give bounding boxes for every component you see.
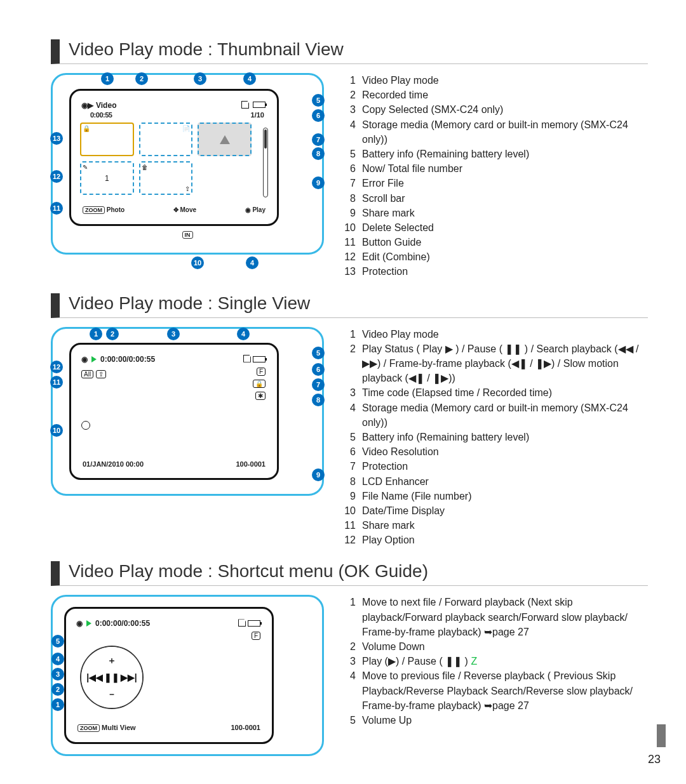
- callout-2: 2: [135, 72, 148, 85]
- volume-up-icon: ＋: [107, 655, 116, 667]
- legend-item: 5Battery info (Remaining battery level): [342, 430, 648, 444]
- callout-10: 10: [191, 256, 204, 269]
- thumbnail-diagram: 1 2 3 4 5 6 7 8 9 10 11 12 13 4 ◉▶: [51, 73, 324, 255]
- callout-13: 13: [50, 132, 63, 145]
- legend-item: 12Edit (Combine): [342, 249, 648, 264]
- datetime-display: 01/JAN/2010 00:00: [83, 460, 144, 468]
- header-label: Video: [96, 101, 116, 110]
- storage-icon: [238, 619, 246, 627]
- page-number: 23: [648, 753, 661, 766]
- sv-callout-8: 8: [312, 394, 325, 406]
- legend-item: 4Storage media (Memory card or built-in …: [342, 401, 648, 430]
- legend-item: 11Button Guide: [342, 235, 648, 249]
- manual-page: Video Play mode : Thumbnail View 1 2 3 4…: [0, 0, 686, 769]
- storage-icon: [243, 355, 251, 362]
- sm-callout-4: 4: [51, 653, 64, 665]
- callout-5: 5: [312, 94, 325, 107]
- multi-view-label: Multi View: [102, 724, 136, 731]
- battery-icon: [253, 102, 266, 108]
- legend-item: 8LCD Enhancer: [342, 474, 648, 489]
- play-status-icon: [86, 620, 91, 627]
- zoom-badge: ZOOM: [77, 724, 100, 732]
- play-status-icon: [91, 356, 97, 362]
- protection-icon: 🔒: [253, 380, 266, 388]
- section-title-single: Video Play mode : Single View: [51, 293, 648, 318]
- sv-callout-1: 1: [90, 328, 102, 340]
- thumb-1-selected: 🔒: [80, 123, 134, 156]
- thumb-4: ✎1: [80, 161, 134, 195]
- file-counter: 1/10: [251, 111, 264, 119]
- callout-3: 3: [194, 72, 206, 85]
- legend-item: 9File Name (File number): [342, 489, 648, 503]
- thumbnail-legend: 1Video Play mode2Recorded time3Copy Sele…: [342, 73, 648, 279]
- sv-callout-7: 7: [312, 378, 325, 391]
- zoom-badge: ZOOM: [83, 206, 105, 214]
- page-edge-bar: [657, 724, 666, 747]
- legend-item: 8Scroll bar: [342, 191, 648, 206]
- legend-item: 11Share mark: [342, 518, 648, 533]
- timecode: 0:00:00/0:00:55: [95, 619, 150, 628]
- callout-11: 11: [50, 202, 63, 215]
- callout-12: 12: [50, 170, 63, 183]
- play-option-badge: All: [81, 370, 93, 378]
- footer-move: Move: [180, 206, 196, 213]
- callout-6: 6: [312, 109, 325, 122]
- footer-photo: Photo: [107, 206, 124, 213]
- sm-callout-5: 5: [51, 635, 64, 648]
- callout-4b: 4: [246, 256, 259, 269]
- next-icon: ▶▶|: [121, 672, 137, 682]
- legend-item: 4Move to previous ﬁle / Reverse playback…: [342, 668, 648, 713]
- play-mode-icon: ◉: [76, 619, 83, 628]
- combine-badge: 1: [105, 174, 109, 183]
- legend-item: 9Share mark: [342, 206, 648, 220]
- callout-7: 7: [312, 133, 325, 146]
- callout-9: 9: [312, 176, 325, 189]
- legend-item: 7Error File: [342, 176, 648, 190]
- in-badge: IN: [182, 231, 193, 239]
- legend-item: 10Delete Selected: [342, 220, 648, 235]
- sm-callout-3: 3: [51, 668, 64, 681]
- lcd-single: ◉ 0:00:00/0:00:55 All ⇪ F 🔒 ✱: [69, 343, 279, 480]
- resolution-icon: F: [252, 632, 260, 640]
- tv-header: ◉▶ Video: [81, 101, 116, 110]
- volume-down-icon: －: [107, 689, 116, 700]
- legend-item: 2Recorded time: [342, 88, 648, 102]
- play-pause-icon: ❚❚: [104, 672, 119, 682]
- single-legend: 1Video Play mode2Play Status ( Play ▶ ) …: [342, 327, 648, 548]
- shortcut-legend: 1Move to next ﬁle / Forward playback (Ne…: [342, 595, 648, 728]
- legend-item: 7Protection: [342, 459, 648, 474]
- sv-callout-11: 11: [50, 376, 63, 389]
- filename-display: 100-0001: [231, 724, 261, 732]
- resolution-icon: F: [257, 368, 266, 376]
- recorded-time: 0:00:55: [90, 111, 112, 119]
- legend-item: 5Battery info (Remaining battery level): [342, 147, 648, 161]
- play-mode-icon: ◉: [81, 355, 88, 364]
- lcd-shortcut: ◉ 0:00:00/0:00:55 F ＋ |◀◀: [64, 607, 274, 744]
- storage-icon: [241, 101, 249, 109]
- single-row: 1 2 3 4 5 6 7 8 9 10 11 12 ◉ 0:00:00: [51, 327, 648, 548]
- lcd-thumbnail: ◉▶ Video 0:00:55 1/10 🔒 📄: [69, 89, 279, 226]
- legend-item: 10Date/Time Display: [342, 503, 648, 518]
- legend-item: 3Time code (Elapsed time / Recorded time…: [342, 385, 648, 400]
- sv-callout-10: 10: [50, 424, 63, 437]
- sv-callout-2: 2: [106, 328, 119, 340]
- legend-item: 3Copy Selected (SMX-C24 only): [342, 102, 648, 117]
- legend-item: 4Storage media (Memory card or built-in …: [342, 117, 648, 147]
- legend-item: 6Video Resolution: [342, 444, 648, 459]
- thumb-5: 🗑⇪: [139, 161, 193, 195]
- sv-callout-3: 3: [167, 328, 180, 340]
- warning-icon: [220, 135, 230, 144]
- section-title-shortcut: Video Play mode : Shortcut menu (OK Guid…: [51, 561, 648, 586]
- legend-item: 13Protection: [342, 264, 648, 279]
- filename-display: 100-0001: [236, 460, 266, 468]
- legend-item: 3Play (▶) / Pause ( ❚❚ ) Z: [342, 654, 648, 668]
- sm-callout-2: 2: [51, 683, 64, 696]
- sv-callout-5: 5: [312, 347, 325, 359]
- legend-item: 1Move to next ﬁle / Forward playback (Ne…: [342, 595, 648, 639]
- callout-4: 4: [243, 72, 256, 85]
- thumb-3-error: [198, 123, 252, 156]
- sm-callout-1: 1: [51, 698, 64, 711]
- scrollbar: [263, 128, 268, 197]
- callout-8: 8: [312, 147, 325, 160]
- datetime-marker: [81, 421, 90, 430]
